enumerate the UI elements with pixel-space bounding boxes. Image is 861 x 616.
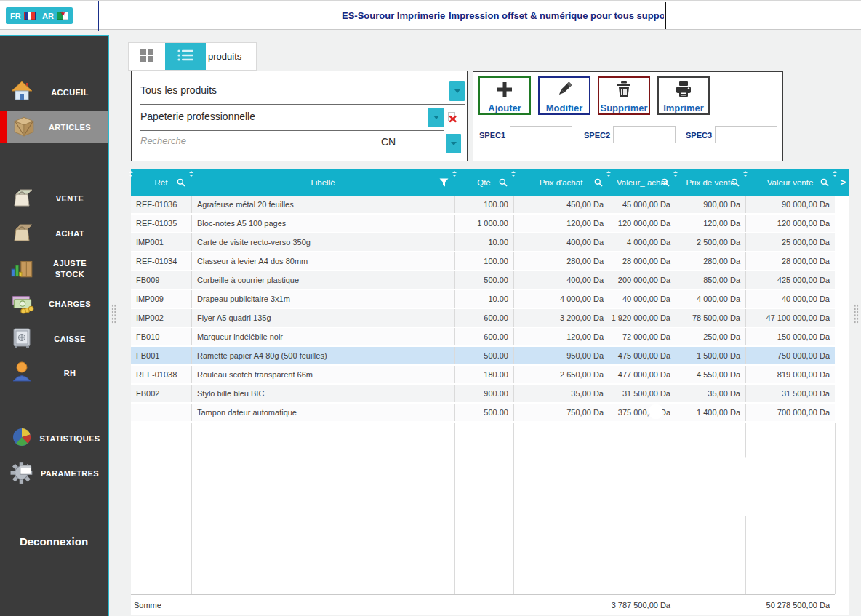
table-row[interactable]: FB001Ramette papier A4 80g (500 feuilles… [131, 347, 835, 366]
delete-button[interactable]: Supprimer [598, 76, 650, 115]
category-filter-dropdown-button[interactable] [428, 108, 444, 127]
code-filter-dropdown-button[interactable] [446, 134, 461, 153]
splitter-grip-right[interactable] [854, 304, 859, 324]
category-filter-value[interactable]: Papeterie professionnelle [140, 111, 255, 122]
white-smudge-overlay [649, 404, 662, 419]
table-row[interactable]: REF-01035Bloc-notes A5 100 pages1 000.00… [131, 215, 835, 233]
table-header: > RéfLibelléQtéPrix d'achatValeur_ achat… [131, 169, 849, 196]
sidebar-item-label: VENTE [38, 193, 102, 204]
column-header-3[interactable]: Qté [454, 169, 513, 196]
cell-libelle: Drapeau publicitaire 3x1m [191, 290, 454, 308]
cell-libelle: Ramette papier A4 80g (500 feuilles) [191, 347, 454, 364]
cell-valeur-vente: 819 000,00 Da [745, 366, 835, 383]
clear-category-icon[interactable] [447, 112, 457, 126]
sidebar-item-caisse[interactable]: CAISSE [0, 323, 108, 355]
column-header-label: Libellé [311, 178, 335, 187]
spec3-input[interactable] [715, 126, 777, 143]
gear-icon [10, 460, 35, 487]
sidebar-item-achat[interactable]: ACHAT [0, 217, 108, 249]
table-row[interactable]: REF-01034Classeur à levier A4 dos 80mm10… [131, 252, 835, 271]
cell-valeur-achat: 120 000,00 Da [609, 215, 676, 232]
cell-valeur-vente: 750 000,00 Da [745, 347, 835, 364]
column-search-icon[interactable] [820, 178, 829, 188]
print-button[interactable]: Imprimer [657, 76, 710, 115]
sidebar: ACCUEIL ARTICLES VENTE ACHAT AJUSTE STOC… [0, 35, 109, 616]
list-view-tab[interactable] [165, 43, 206, 70]
app-subtitle: Impression offset & numérique pour tous … [449, 10, 664, 21]
filter-funnel-icon[interactable] [439, 178, 449, 188]
sidebar-item-ajuste-stock[interactable]: AJUSTE STOCK [0, 252, 108, 287]
search-input[interactable] [140, 135, 359, 146]
cell-valeur-achat: 477 000,00 Da [609, 366, 676, 383]
lang-fr-button[interactable]: FR [6, 7, 40, 24]
code-filter-value[interactable]: CN [381, 136, 396, 148]
table-row[interactable]: FB002Stylo bille bleu BIC900.0035,00 Da3… [131, 385, 835, 404]
sidebar-item-label: RH [38, 368, 102, 379]
cell-ref: REF-01038 [131, 366, 191, 383]
spec2-input[interactable] [613, 126, 676, 143]
cell-prix-achat: 950,00 Da [513, 347, 609, 364]
column-search-icon[interactable] [177, 178, 185, 188]
cell-qte: 10.00 [454, 233, 513, 251]
sidebar-item-parametres[interactable]: PARAMETRES [0, 457, 108, 489]
column-header-2[interactable]: Libellé [191, 169, 454, 196]
column-header-label: Prix d'achat [540, 178, 583, 187]
cell-qte: 1 000.00 [454, 215, 513, 232]
cell-ref: FB002 [131, 385, 191, 402]
logout-button[interactable]: Deconnexion [0, 535, 108, 548]
lang-ar-button[interactable]: AR [38, 7, 73, 24]
sidebar-item-statistiques[interactable]: STATISTIQUES [0, 423, 108, 455]
cell-prix-vente: 2 500,00 Da [676, 233, 745, 251]
cell-valeur-achat: 200 000,00 Da [609, 271, 676, 289]
grid-view-tab[interactable] [129, 43, 165, 70]
column-search-icon[interactable] [661, 178, 670, 188]
column-header-label: Valeur_ achat [617, 178, 668, 187]
splitter-grip-left[interactable] [111, 304, 116, 324]
table-row[interactable]: IMP001Carte de visite recto-verso 350g10… [131, 233, 835, 252]
column-header-5[interactable]: Valeur_ achat [609, 169, 676, 196]
sidebar-item-label: CHARGES [38, 299, 102, 310]
summary-row: Somme 3 787 500,00 Da 50 278 500,00 Da [131, 594, 835, 615]
table-row[interactable]: REF-01038Rouleau scotch transparent 66m1… [131, 366, 835, 385]
cell-libelle: Marqueur indélébile noir [191, 328, 454, 345]
tab-title-produits: produits [206, 43, 256, 70]
sidebar-item-charges[interactable]: CHARGES [0, 288, 108, 320]
table-row[interactable]: IMP009Drapeau publicitaire 3x1m10.004 00… [131, 290, 835, 309]
products-filter-value[interactable]: Tous les produits [140, 84, 217, 96]
column-search-icon[interactable] [499, 178, 508, 188]
cell-ref: IMP001 [131, 233, 191, 251]
table-row[interactable]: Tampon dateur automatique500.00750,00 Da… [131, 404, 835, 423]
column-header-4[interactable]: Prix d'achat [513, 169, 609, 196]
column-search-icon[interactable] [594, 178, 603, 188]
cell-prix-vente: 250,00 Da [676, 328, 745, 345]
cell-ref: REF-01036 [131, 196, 191, 213]
topbar: FR AR ES-Sourour Imprimerie Impression o… [0, 0, 861, 30]
app-title: ES-Sourour Imprimerie [342, 10, 445, 21]
scroll-right-chevron-icon[interactable]: > [840, 177, 846, 188]
sidebar-item-rh[interactable]: RH [0, 357, 108, 389]
cell-prix-vente: 78 500,00 Da [676, 309, 745, 327]
sidebar-item-articles[interactable]: ARTICLES [7, 111, 108, 143]
cell-ref: IMP009 [131, 290, 191, 308]
table-row[interactable]: FB010Marqueur indélébile noir600.00120,0… [131, 328, 835, 347]
products-filter-dropdown-button[interactable] [449, 81, 465, 101]
cell-valeur-vente: 47 100 000,00 Da [745, 309, 835, 327]
cell-valeur-achat: 4 000,00 Da [609, 233, 676, 251]
column-search-icon[interactable] [731, 178, 740, 188]
column-header-6[interactable]: Prix de vente [676, 169, 745, 196]
sidebar-item-accueil[interactable]: ACCUEIL [0, 76, 108, 108]
column-grid-line [513, 423, 514, 594]
add-button[interactable]: Ajouter [478, 76, 531, 115]
table-row[interactable]: IMP002Flyer A5 quadri 135g600.003 200,00… [131, 309, 835, 328]
home-icon [10, 79, 33, 105]
column-header-7[interactable]: Valeur vente [745, 169, 835, 196]
edit-button[interactable]: Modifier [538, 76, 590, 115]
table-row[interactable]: REF-01036Agrafeuse métal 20 feuilles100.… [131, 196, 835, 215]
sidebar-item-vente[interactable]: VENTE [0, 183, 108, 215]
spec1-input[interactable] [510, 126, 572, 143]
cell-valeur-vente: 28 000,00 Da [745, 252, 835, 270]
column-header-1[interactable]: Réf [131, 169, 191, 196]
table-row[interactable]: FB009Corbeille à courrier plastique500.0… [131, 271, 835, 290]
sidebar-item-label: PARAMETRES [38, 468, 102, 479]
list-icon [177, 48, 194, 65]
